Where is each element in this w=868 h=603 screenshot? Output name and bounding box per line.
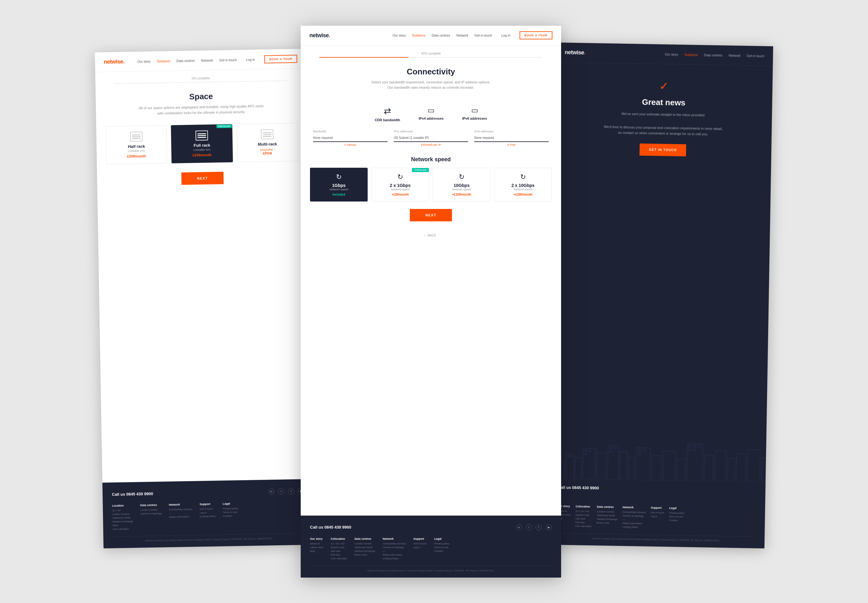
nav-links-left: Our story Solutions Data centres Network… bbox=[137, 54, 297, 65]
logo-right: netwise. bbox=[565, 49, 585, 56]
rack-price-full: £259/month bbox=[176, 153, 228, 157]
ipv4-price: £3/month per IP bbox=[394, 143, 468, 146]
nav-solutions-right[interactable]: Solutions bbox=[684, 53, 698, 56]
frc-datacentres: Data centres London Central Telehouse No… bbox=[596, 505, 618, 529]
rack-sub-half: Lockable 20U bbox=[111, 149, 162, 153]
nav-get-in-touch-left[interactable]: Get in touch bbox=[219, 58, 237, 62]
ipv4-icon: ▭ bbox=[419, 106, 443, 115]
next-btn-left[interactable]: NEXT bbox=[181, 172, 224, 185]
speed-sub-2x1gbps: Network speed bbox=[375, 188, 425, 191]
social-twitter-left[interactable]: t bbox=[278, 488, 284, 494]
frc-network: Network Connectivity services Carriers &… bbox=[622, 506, 646, 529]
speed-icon-10gbps: ↻ bbox=[437, 173, 487, 181]
nav-our-story-mid[interactable]: Our story bbox=[392, 34, 406, 37]
social-linkedin-left[interactable]: in bbox=[268, 488, 274, 495]
bandwidth-price: £ Various bbox=[313, 143, 388, 146]
speed-card-2x1gbps[interactable]: POPULAR ↻ 2 x 1Gbps Network speed +£30/m… bbox=[371, 168, 429, 201]
speed-card-10gbps[interactable]: ↻ 10Gbps Network speed +£100/month bbox=[433, 168, 490, 201]
speed-card-1gbps[interactable]: ↻ 1Gbps Network speed Included bbox=[310, 168, 368, 201]
nav-data-centres-left[interactable]: Data centres bbox=[176, 58, 195, 62]
footer-row-left: Call us 0845 430 9900 in t f ▶ bbox=[112, 488, 304, 503]
nav-solutions-left[interactable]: Solutions bbox=[157, 59, 170, 63]
ipv6-label: IPv6 addresses bbox=[462, 117, 487, 120]
rack-price-half: £209/month bbox=[111, 154, 163, 158]
connectivity-icons: ⇄ CDR bandwidth ▭ IPv4 addresses ▭ IPv6 … bbox=[301, 106, 561, 122]
nav-get-in-touch-mid[interactable]: Get in touch bbox=[475, 34, 492, 37]
nav-solutions-mid[interactable]: Solutions bbox=[412, 34, 425, 37]
fc-datacentres: Data centres London Central Telehouse No… bbox=[355, 537, 375, 561]
conn-select-bandwidth: Bandwidth None required £ Various bbox=[313, 130, 388, 146]
next-btn-mid[interactable]: NEXT bbox=[410, 209, 452, 221]
book-tour-btn-left[interactable]: BOOK A TOUR bbox=[264, 54, 297, 63]
footer-legal-right: Netwise Hosting is the trading name of N… bbox=[557, 533, 755, 543]
rack-cards: Half rack Lockable 20U £209/month POPULA… bbox=[96, 123, 307, 165]
rack-name-half: Half rack bbox=[110, 144, 162, 149]
footer-legal-mid: Netwise Hosting is the trading name of N… bbox=[310, 566, 552, 572]
nav-our-story-left[interactable]: Our story bbox=[137, 59, 151, 63]
rack-card-half[interactable]: Half rack Lockable 20U £209/month bbox=[105, 125, 167, 164]
speed-badge-2x1gbps: POPULAR bbox=[412, 168, 429, 172]
navbar-right: netwise. Our story Solutions Data centre… bbox=[556, 42, 773, 66]
logo-middle: netwise. bbox=[309, 32, 330, 39]
nav-links-middle: Our story Solutions Data centres Network… bbox=[392, 31, 553, 39]
nav-links-right: Our story Solutions Data centres Network… bbox=[665, 52, 764, 58]
nav-data-centres-mid[interactable]: Data centres bbox=[432, 34, 450, 37]
ipv4-label: IPv4 addresses bbox=[419, 117, 443, 120]
get-in-touch-btn[interactable]: GET IN TOUCH bbox=[639, 143, 686, 156]
book-tour-btn-mid[interactable]: BOOK A TOUR bbox=[520, 31, 553, 39]
speed-sub-1gbps: Network speed bbox=[314, 188, 364, 191]
frc-support: Support Get in touch Log in bbox=[650, 506, 664, 530]
nav-our-story-right[interactable]: Our story bbox=[665, 52, 678, 56]
frc-legal: Legal Privacy policy Terms of use Cookie… bbox=[669, 506, 684, 530]
footer-col-network: Network Connectivity services — Status i… bbox=[169, 502, 193, 530]
speed-icon-1gbps: ↻ bbox=[314, 173, 364, 181]
social-facebook-left[interactable]: f bbox=[288, 488, 294, 494]
nav-login-left[interactable]: Log in bbox=[246, 57, 255, 61]
nav-network-right[interactable]: Network bbox=[729, 53, 741, 57]
fc-legal: Legal Privacy policy Terms of use Cookie… bbox=[434, 537, 449, 561]
cdr-label: CDR bandwidth bbox=[375, 118, 400, 122]
rack-badge-full: POPULAR bbox=[216, 124, 232, 128]
footer-cols-mid: Our story About us Latest news Blog Colo… bbox=[310, 537, 552, 561]
footer-left: Call us 0845 430 9900 in t f ▶ Location … bbox=[102, 479, 314, 548]
rack-card-multi[interactable]: Multi-rack ENQUIRE › £POA bbox=[236, 123, 298, 162]
fc-network: Network Connectivity services Carriers &… bbox=[383, 537, 406, 561]
nav-network-mid[interactable]: Network bbox=[456, 34, 468, 37]
conn-icon-cdr: ⇄ CDR bandwidth bbox=[375, 106, 400, 122]
cdr-icon: ⇄ bbox=[375, 106, 400, 116]
bandwidth-select[interactable]: None required bbox=[313, 134, 388, 142]
speed-cards: ↻ 1Gbps Network speed Included POPULAR ↻… bbox=[301, 168, 561, 201]
nav-get-in-touch-right[interactable]: Get in touch bbox=[747, 54, 765, 58]
progress-bar-fill-mid bbox=[319, 57, 409, 58]
footer-middle: Call us 0845 430 9900 in t f ▶ Our story… bbox=[301, 516, 561, 578]
speed-price-2x10gbps: +£200/month bbox=[498, 193, 548, 196]
back-link-mid[interactable]: ‹ BACK bbox=[301, 234, 561, 237]
speed-icon-2x10gbps: ↻ bbox=[498, 173, 548, 181]
rack-card-full[interactable]: POPULAR Full rack Lockable 42U £259/mont… bbox=[171, 124, 233, 163]
ipv6-icon: ▭ bbox=[462, 106, 487, 115]
fc-support: Support Get in touch Log in bbox=[413, 537, 426, 561]
network-speed-title: Network speed bbox=[301, 156, 561, 163]
ipv4-select[interactable]: /30 Subnet (1 useable IP) bbox=[394, 134, 468, 142]
social-twitter-mid[interactable]: t bbox=[526, 524, 532, 530]
speed-name-1gbps: 1Gbps bbox=[314, 183, 364, 188]
speed-card-2x10gbps[interactable]: ↻ 2 x 10Gbps Network speed +£200/month bbox=[494, 168, 552, 201]
checkmark-icon: ✓ bbox=[555, 77, 772, 94]
footer-cols-left: Location 2U / 4U London Central Telehous… bbox=[112, 501, 305, 531]
nav-login-mid[interactable]: Log in bbox=[501, 34, 510, 37]
progress-label-left: 0% complete bbox=[114, 75, 288, 82]
social-youtube-mid[interactable]: ▶ bbox=[545, 524, 552, 530]
rack-name-full: Full rack bbox=[176, 142, 228, 148]
speed-name-2x10gbps: 2 x 10Gbps bbox=[498, 183, 548, 188]
speed-price-10gbps: +£100/month bbox=[437, 193, 487, 196]
social-facebook-mid[interactable]: f bbox=[536, 524, 542, 530]
conn-icon-ipv4: ▭ IPv4 addresses bbox=[419, 106, 443, 122]
nav-data-centres-right[interactable]: Data centres bbox=[704, 53, 723, 57]
nav-network-left[interactable]: Network bbox=[201, 58, 213, 62]
speed-name-10gbps: 10Gbps bbox=[437, 183, 487, 188]
city-skyline bbox=[549, 429, 767, 482]
ipv6-select[interactable]: None required bbox=[474, 134, 549, 142]
logo-left: netwise. bbox=[103, 58, 124, 65]
speed-sub-2x10gbps: Network speed bbox=[498, 188, 548, 191]
social-linkedin-mid[interactable]: in bbox=[516, 524, 522, 530]
